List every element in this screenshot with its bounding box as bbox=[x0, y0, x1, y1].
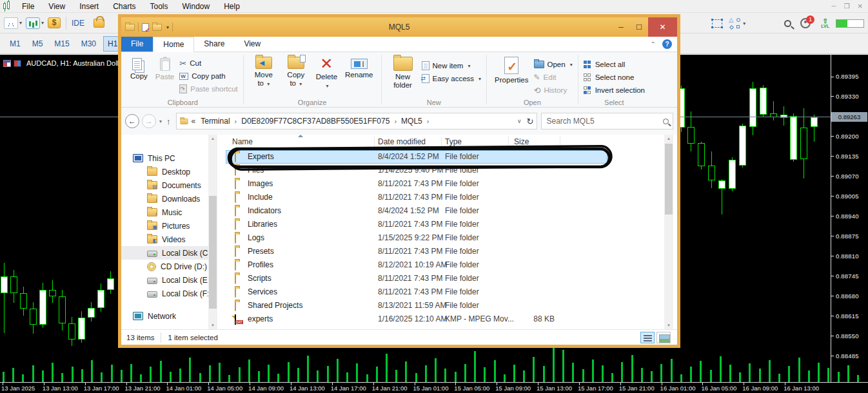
sidebar-item-pictures[interactable]: ▣Pictures bbox=[121, 219, 208, 233]
file-row-indicators[interactable]: Indicators8/4/2024 1:52 PMFile folder bbox=[226, 204, 607, 218]
column-header-name[interactable]: Name bbox=[232, 137, 253, 146]
column-separator[interactable] bbox=[560, 137, 560, 148]
file-row-libraries[interactable]: Libraries8/11/2021 7:43 PMFile folder bbox=[226, 218, 607, 231]
refresh-icon[interactable]: ↻ bbox=[527, 117, 534, 126]
help-icon[interactable]: ? bbox=[662, 39, 672, 49]
mt5-restore-button[interactable]: ❐ bbox=[844, 3, 850, 10]
notifications-icon[interactable]: 1 bbox=[800, 18, 811, 28]
file-row-logs[interactable]: Logs1/15/2025 9:22 PMFile folder bbox=[226, 231, 607, 245]
explorer-title-bar[interactable]: ▾ MQL5 ─ ☐ ✕ bbox=[121, 17, 677, 37]
file-row-experts[interactable]: Experts8/4/2024 1:52 PMFile folder bbox=[226, 150, 607, 164]
sidebar-item-desktop[interactable]: Desktop bbox=[121, 165, 208, 178]
select-all-button[interactable]: Select all bbox=[584, 59, 645, 70]
new-folder-button[interactable]: New folder bbox=[387, 56, 419, 90]
paste-shortcut-button[interactable]: Paste shortcut bbox=[179, 83, 238, 95]
delete-button[interactable]: ✕Delete▾ bbox=[313, 56, 340, 90]
scroll-down-icon[interactable]: ▼ bbox=[664, 321, 673, 329]
column-header-date[interactable]: Date modified bbox=[378, 137, 426, 146]
copy-to-button[interactable]: Copy to ▾ bbox=[281, 56, 311, 88]
move-to-button[interactable]: ◄Move to ▾ bbox=[249, 56, 279, 88]
minimize-ribbon-icon[interactable]: ⌃ bbox=[651, 41, 656, 48]
column-header-type[interactable]: Type bbox=[445, 137, 462, 146]
timeframe-m30[interactable]: M30 bbox=[77, 36, 101, 52]
menu-window[interactable]: Window bbox=[175, 1, 217, 12]
open-button[interactable]: Open▾ bbox=[534, 59, 573, 70]
properties-shortcut-icon[interactable] bbox=[142, 23, 149, 32]
properties-button[interactable]: Properties bbox=[492, 56, 531, 85]
easy-access-button[interactable]: Easy access▾ bbox=[422, 73, 482, 84]
new-item-button[interactable]: New item▾ bbox=[422, 60, 482, 72]
menu-help[interactable]: Help bbox=[217, 1, 247, 12]
tab-share[interactable]: Share bbox=[194, 37, 234, 52]
tab-home[interactable]: Home bbox=[153, 37, 194, 52]
file-row-scripts[interactable]: Scripts8/11/2021 7:43 PMFile folder bbox=[226, 272, 607, 285]
customize-quick-access-icon[interactable]: ▾ bbox=[166, 24, 169, 30]
sidebar-item-music[interactable]: ♪Music bbox=[121, 206, 208, 219]
maximize-button[interactable]: ☐ bbox=[630, 17, 648, 37]
scrollbar-thumb[interactable] bbox=[665, 144, 673, 215]
market-bag-icon[interactable] bbox=[94, 19, 104, 28]
breadcrumb-item-terminal[interactable]: Terminal bbox=[198, 115, 232, 127]
sidebar-item-local-disk-e[interactable]: Local Disk (E:) bbox=[121, 273, 208, 287]
paste-button[interactable]: Paste bbox=[153, 56, 177, 82]
cut-button[interactable]: ✂Cut bbox=[179, 57, 238, 69]
menu-tools[interactable]: Tools bbox=[143, 1, 175, 12]
column-header-size[interactable]: Size bbox=[514, 137, 529, 146]
folder-icon[interactable] bbox=[125, 24, 135, 31]
details-view-button[interactable] bbox=[640, 332, 655, 343]
invert-selection-button[interactable]: Invert selection bbox=[584, 84, 645, 96]
timeframe-m1[interactable]: M1 bbox=[5, 36, 25, 52]
chart-type-button[interactable]: ▾ bbox=[4, 17, 22, 29]
chevron-down-icon[interactable]: ▾ bbox=[743, 21, 745, 26]
scroll-up-icon[interactable]: ▲ bbox=[208, 135, 217, 142]
column-separator[interactable] bbox=[508, 137, 509, 148]
close-button[interactable]: ✕ bbox=[648, 17, 677, 37]
back-button[interactable]: ← bbox=[125, 114, 139, 128]
timeframe-m5[interactable]: M5 bbox=[28, 36, 48, 52]
scroll-down-icon[interactable]: ▼ bbox=[208, 321, 217, 329]
menu-charts[interactable]: Charts bbox=[106, 1, 143, 12]
file-row-profiles[interactable]: Profiles8/12/2021 10:19 AMFile folder bbox=[226, 258, 607, 272]
chart-display-button[interactable]: ▾ bbox=[26, 17, 44, 29]
rename-button[interactable]: Rename bbox=[342, 56, 375, 80]
menu-file[interactable]: File bbox=[15, 1, 41, 12]
address-dropdown-icon[interactable]: ∨ bbox=[517, 118, 522, 124]
forward-button[interactable]: → bbox=[142, 114, 156, 128]
sidebar-item-cd-drive-d[interactable]: CD Drive (D:) bbox=[121, 260, 208, 273]
file-row-include[interactable]: Include8/11/2021 7:43 PMFile folder bbox=[226, 191, 607, 204]
mt5-minimize-button[interactable]: ─ bbox=[832, 3, 836, 10]
file-row-images[interactable]: Images8/11/2021 7:43 PMFile folder bbox=[226, 177, 607, 191]
scroll-up-icon[interactable]: ▲ bbox=[664, 135, 673, 142]
tab-file[interactable]: File bbox=[121, 37, 153, 52]
history-button[interactable]: ⟲History bbox=[534, 84, 573, 96]
file-row-experts[interactable]: experts1/16/2025 12:10 AMKMP - MPEG Mov.… bbox=[226, 312, 607, 326]
search-icon[interactable] bbox=[784, 20, 791, 27]
time-axis[interactable]: 13 Jan 202513 Jan 13:0013 Jan 17:0013 Ja… bbox=[0, 383, 868, 393]
selection-tool-icon[interactable] bbox=[712, 19, 722, 28]
file-row-files[interactable]: Files1/14/2025 9:40 PMFile folder bbox=[226, 164, 607, 177]
price-axis[interactable]: 0.89263 0.893950.893300.892000.891350.89… bbox=[831, 54, 868, 383]
menu-insert[interactable]: Insert bbox=[72, 1, 106, 12]
scrollbar-thumb[interactable] bbox=[209, 196, 217, 309]
file-list-scrollbar[interactable]: ▲ ▼ bbox=[664, 135, 673, 329]
search-input[interactable] bbox=[546, 116, 663, 126]
search-icon[interactable] bbox=[663, 119, 669, 124]
new-folder-shortcut-icon[interactable] bbox=[152, 24, 162, 31]
up-button[interactable]: ↑ bbox=[166, 117, 171, 126]
sidebar-item-local-disk-c[interactable]: Local Disk (C:) bbox=[121, 246, 208, 260]
breadcrumb-item-d0e8209f77c8cf37ad8bf550e51ff075[interactable]: D0E8209F77C8CF37AD8BF550E51FF075 bbox=[239, 115, 392, 127]
large-icons-view-button[interactable] bbox=[656, 332, 671, 343]
shapes-tool-icon[interactable]: △ bbox=[729, 18, 740, 28]
edit-button[interactable]: ✎Edit bbox=[534, 72, 573, 83]
file-row-services[interactable]: Services8/11/2021 7:43 PMFile folder bbox=[226, 285, 607, 299]
column-separator[interactable] bbox=[441, 137, 442, 148]
sidebar-item-downloads[interactable]: ↓Downloads bbox=[121, 192, 208, 206]
minimize-button[interactable]: ─ bbox=[612, 17, 630, 37]
recent-locations-icon[interactable]: ▾ bbox=[159, 119, 162, 124]
copy-button[interactable]: Copy bbox=[128, 56, 150, 81]
select-none-button[interactable]: Select none bbox=[584, 72, 645, 83]
dollar-button[interactable]: $ bbox=[48, 17, 61, 28]
breadcrumb[interactable]: « Terminal›D0E8209F77C8CF37AD8BF550E51FF… bbox=[176, 113, 537, 129]
column-separator[interactable] bbox=[374, 137, 375, 148]
file-row-shared-projects[interactable]: Shared Projects8/13/2021 11:59 AMFile fo… bbox=[226, 299, 607, 312]
